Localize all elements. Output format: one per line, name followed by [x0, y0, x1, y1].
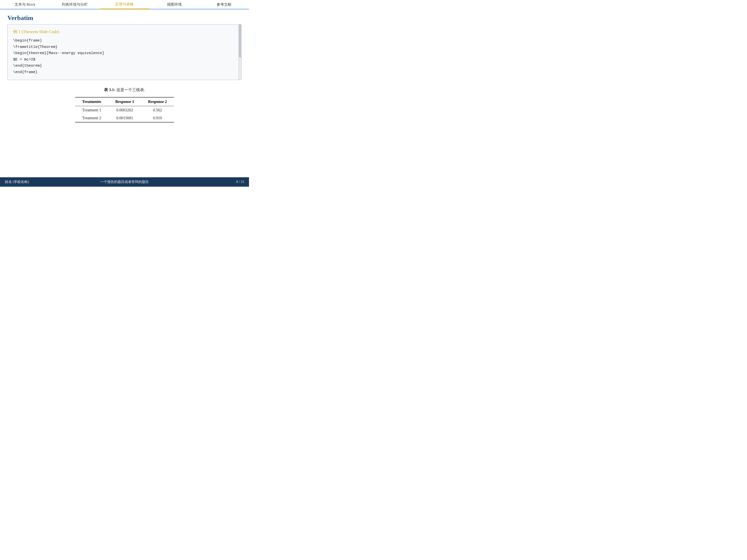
- table-section: 表 3.1: 这是一个三线表. Treatments Response 1 Re…: [7, 87, 241, 177]
- cell-0-2: 0.562: [141, 106, 174, 114]
- cell-1-0: Treatment 2: [75, 114, 108, 122]
- nav-item-1[interactable]: 列表环境与分栏: [50, 0, 100, 9]
- col-header-2: Response 2: [141, 97, 174, 106]
- footer-right: 9 / 15: [184, 180, 244, 184]
- nav-item-4[interactable]: 参考文献: [199, 0, 249, 9]
- footer-left: 姓名 (学校名称): [5, 180, 65, 184]
- footer-center: 一个报告的题目或者答辩的题目: [65, 180, 184, 184]
- table-caption-bold: 表 3.1:: [104, 88, 115, 92]
- bottom-bar: 姓名 (学校名称) 一个报告的题目或者答辩的题目 9 / 15: [0, 177, 249, 187]
- col-header-1: Response 1: [108, 97, 141, 106]
- verbatim-title: Verbatim: [7, 14, 241, 22]
- navigation-bar: 文本与 Block 列表环境与分栏 定理与表格 插图环境 参考文献: [0, 0, 249, 9]
- scrollbar-thumb[interactable]: [239, 24, 241, 57]
- table-row: Treatment 2 0.0015681 0.910: [75, 114, 174, 122]
- nav-item-2[interactable]: 定理与表格: [100, 0, 150, 9]
- table-caption-text: 这是一个三线表.: [115, 88, 145, 92]
- table-footer-row: [75, 122, 174, 125]
- cell-0-0: Treatment 1: [75, 106, 108, 114]
- col-header-0: Treatments: [75, 97, 108, 106]
- table-footer-cell: [75, 122, 174, 125]
- scrollbar-track[interactable]: [238, 24, 241, 80]
- cell-1-2: 0.910: [141, 114, 174, 122]
- main-content: Verbatim 例 1 (Theorem Slide Code) \begin…: [0, 9, 249, 177]
- table-caption: 表 3.1: 这是一个三线表.: [104, 87, 145, 92]
- code-block: 例 1 (Theorem Slide Code) \begin{frame} \…: [7, 24, 241, 80]
- example-label: 例 1 (Theorem Slide Code): [13, 29, 236, 34]
- cell-0-1: 0.0003262: [108, 106, 141, 114]
- table-row: Treatment 1 0.0003262 0.562: [75, 106, 174, 114]
- nav-item-3[interactable]: 插图环境: [150, 0, 199, 9]
- data-table: Treatments Response 1 Response 2 Treatme…: [75, 97, 174, 125]
- nav-item-0[interactable]: 文本与 Block: [0, 0, 50, 9]
- cell-1-1: 0.0015681: [108, 114, 141, 122]
- code-content: \begin{frame} \frametitle{Theorem} \begi…: [13, 37, 236, 75]
